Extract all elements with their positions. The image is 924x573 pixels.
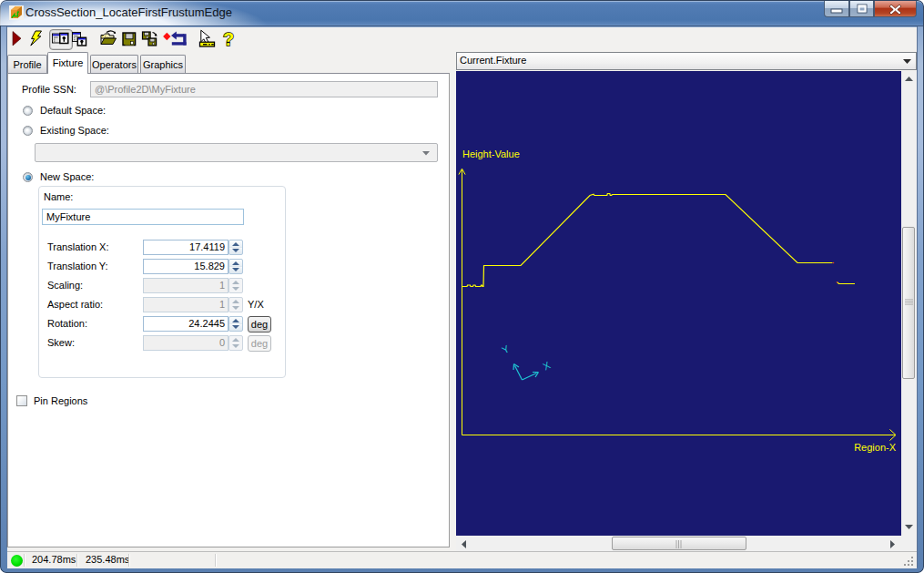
- svg-text:Region-X: Region-X: [854, 442, 897, 453]
- svg-text:?: ?: [223, 29, 234, 49]
- svg-text:X: X: [541, 359, 553, 372]
- svg-text:Height-Value: Height-Value: [462, 148, 520, 159]
- svg-text:Y: Y: [500, 343, 512, 355]
